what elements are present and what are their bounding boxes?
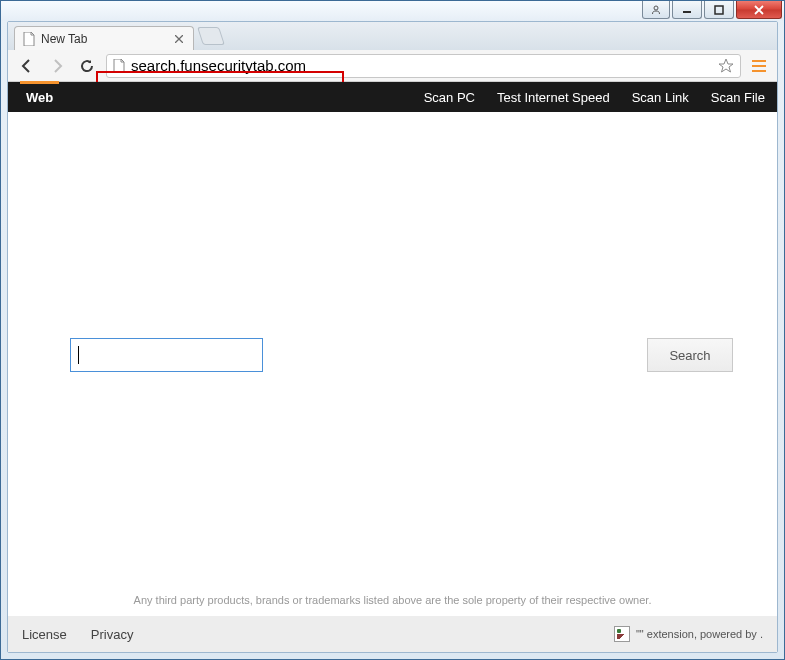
close-window-button[interactable] (736, 1, 782, 19)
text-caret (78, 346, 79, 364)
reload-button[interactable] (76, 55, 98, 77)
search-button[interactable]: Search (647, 338, 733, 372)
svg-rect-2 (715, 6, 723, 14)
close-icon (175, 35, 183, 43)
disclaimer-text: Any third party products, brands or trad… (8, 594, 777, 606)
page-footer: License Privacy "" extension, powered by… (8, 616, 777, 652)
footer-link-license[interactable]: License (22, 627, 67, 642)
page-icon (23, 32, 35, 46)
nav-link-scan-link[interactable]: Scan Link (632, 90, 689, 105)
reload-icon (79, 58, 95, 74)
back-button[interactable] (16, 55, 38, 77)
page-body: Search Any third party products, brands … (8, 112, 777, 652)
arrow-left-icon (18, 57, 36, 75)
maximize-button[interactable] (704, 1, 734, 19)
browser-client: New Tab search.funsecuritytab.com (7, 21, 778, 653)
browser-tab[interactable]: New Tab (14, 26, 194, 50)
nav-link-test-speed[interactable]: Test Internet Speed (497, 90, 610, 105)
nav-link-scan-pc[interactable]: Scan PC (424, 90, 475, 105)
footer-link-privacy[interactable]: Privacy (91, 627, 134, 642)
star-icon (718, 58, 734, 74)
svg-point-0 (654, 6, 658, 10)
tab-close-button[interactable] (173, 33, 185, 45)
minimize-icon (682, 5, 692, 15)
nav-link-scan-file[interactable]: Scan File (711, 90, 765, 105)
search-input[interactable] (70, 338, 263, 372)
page-content: Web Scan PC Test Internet Speed Scan Lin… (8, 82, 777, 652)
user-icon (651, 5, 661, 15)
hamburger-icon (752, 60, 766, 62)
browser-toolbar: search.funsecuritytab.com (8, 50, 777, 82)
chrome-menu-button[interactable] (749, 56, 769, 76)
footer-right: "" extension, powered by . (614, 626, 763, 642)
arrow-right-icon (48, 57, 66, 75)
address-bar-text: search.funsecuritytab.com (131, 57, 712, 74)
user-button[interactable] (642, 1, 670, 19)
window-frame: New Tab search.funsecuritytab.com (0, 0, 785, 660)
svg-rect-1 (683, 11, 691, 13)
page-icon (113, 59, 125, 73)
address-bar[interactable]: search.funsecuritytab.com (106, 54, 741, 78)
nav-tab-label: Web (26, 90, 53, 105)
nav-tab-web[interactable]: Web (20, 82, 59, 112)
page-nav-bar: Web Scan PC Test Internet Speed Scan Lin… (8, 82, 777, 112)
minimize-button[interactable] (672, 1, 702, 19)
footer-right-text: "" extension, powered by . (636, 628, 763, 640)
bookmark-button[interactable] (718, 58, 734, 74)
search-row: Search (70, 338, 733, 372)
search-input-wrap (70, 338, 633, 372)
tab-title: New Tab (41, 32, 87, 46)
maximize-icon (714, 5, 724, 15)
new-tab-button[interactable] (197, 27, 225, 45)
forward-button[interactable] (46, 55, 68, 77)
tab-strip: New Tab (8, 22, 777, 50)
close-icon (753, 5, 765, 15)
window-titlebar (1, 1, 784, 21)
broken-image-icon (614, 626, 630, 642)
